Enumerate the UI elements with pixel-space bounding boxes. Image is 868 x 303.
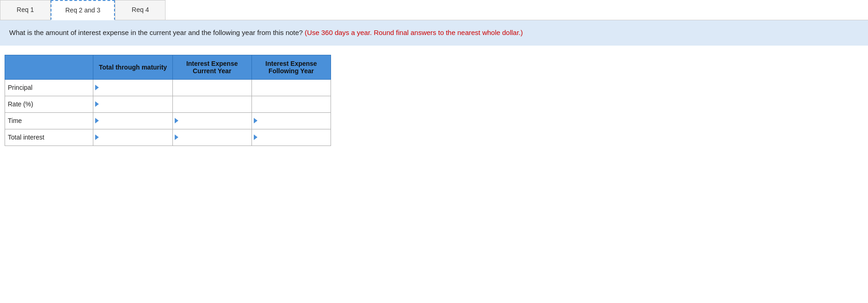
main-container: Req 1Req 2 and 3Req 4 What is the amount… (0, 0, 868, 303)
tab-req4[interactable]: Req 4 (115, 0, 166, 20)
input-principal-2[interactable] (252, 80, 331, 96)
col-header-row-label (5, 55, 93, 79)
input-time-1[interactable] (173, 113, 251, 129)
input-rate-2[interactable] (252, 96, 331, 112)
table-row-principal: Principal (5, 79, 331, 96)
col-header-interest-expense-current-year: Interest Expense Current Year (172, 55, 251, 79)
cell-total-interest-0[interactable] (93, 129, 172, 146)
input-principal-1[interactable] (173, 80, 251, 96)
cell-total-interest-1[interactable] (172, 129, 251, 146)
table-header-row: Total through maturityInterest Expense C… (5, 55, 331, 79)
arrow-icon (175, 134, 178, 140)
cell-principal-0[interactable] (93, 79, 172, 96)
arrow-icon (95, 134, 99, 140)
input-time-2[interactable] (252, 113, 331, 129)
input-total-interest-0[interactable] (93, 129, 172, 146)
cell-rate-2[interactable] (251, 96, 331, 112)
col-header-total-through-maturity: Total through maturity (93, 55, 172, 79)
input-total-interest-1[interactable] (173, 129, 251, 146)
cell-principal-2[interactable] (251, 79, 331, 96)
table-body: PrincipalRate (%)TimeTotal interest (5, 79, 331, 146)
cell-rate-1[interactable] (172, 96, 251, 112)
input-rate-1[interactable] (173, 96, 251, 112)
arrow-icon (254, 118, 257, 123)
question-area: What is the amount of interest expense i… (0, 20, 868, 46)
cell-time-2[interactable] (251, 112, 331, 129)
table-row-time: Time (5, 112, 331, 129)
cell-rate-0[interactable] (93, 96, 172, 112)
table-row-rate: Rate (%) (5, 96, 331, 112)
table-container: Total through maturityInterest Expense C… (0, 46, 868, 155)
tab-req2and3[interactable]: Req 2 and 3 (51, 0, 115, 20)
input-principal-0[interactable] (93, 80, 172, 96)
col-header-interest-expense-following-year: Interest Expense Following Year (251, 55, 331, 79)
tab-bar: Req 1Req 2 and 3Req 4 (0, 0, 868, 20)
arrow-icon (95, 118, 99, 123)
question-text-black: What is the amount of interest expense i… (9, 29, 303, 36)
table-row-total-interest: Total interest (5, 129, 331, 146)
arrow-icon (95, 101, 99, 107)
cell-principal-1[interactable] (172, 79, 251, 96)
data-table: Total through maturityInterest Expense C… (5, 55, 331, 146)
arrow-icon (175, 118, 178, 123)
question-text-red: (Use 360 days a year. Round final answer… (303, 29, 523, 36)
row-label-total-interest: Total interest (5, 129, 93, 146)
cell-total-interest-2[interactable] (251, 129, 331, 146)
row-label-principal: Principal (5, 79, 93, 96)
arrow-icon (254, 134, 257, 140)
input-time-0[interactable] (93, 113, 172, 129)
tab-req1[interactable]: Req 1 (0, 0, 51, 20)
row-label-rate: Rate (%) (5, 96, 93, 112)
cell-time-0[interactable] (93, 112, 172, 129)
row-label-time: Time (5, 112, 93, 129)
cell-time-1[interactable] (172, 112, 251, 129)
arrow-icon (95, 85, 99, 90)
input-total-interest-2[interactable] (252, 129, 331, 146)
input-rate-0[interactable] (93, 96, 172, 112)
